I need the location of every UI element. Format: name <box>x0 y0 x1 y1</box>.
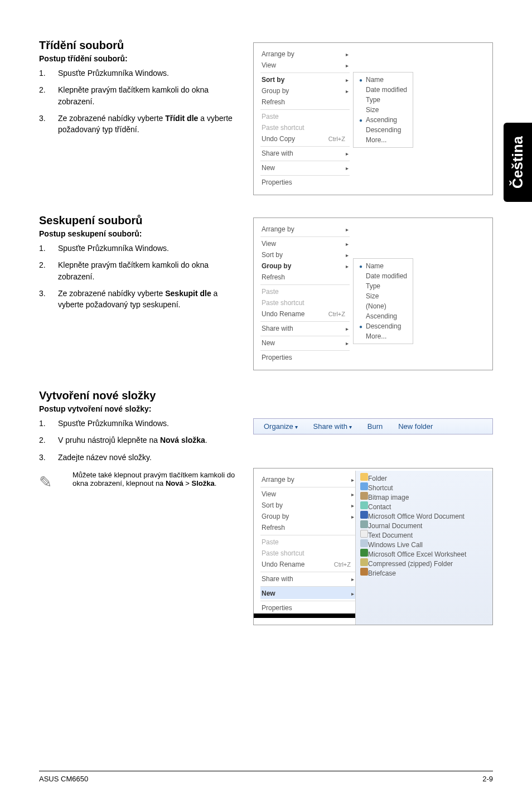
step: V pruhu nástrojů klepněte na Nová složka… <box>58 434 240 446</box>
subhead-group: Postup seskupení souborů: <box>39 229 240 238</box>
note-text: Můžete také klepnout pravým tlačítkem ka… <box>72 471 240 491</box>
pen-icon: ✎ <box>39 471 61 491</box>
footer-left: ASUS CM6650 <box>39 775 88 783</box>
language-tab: Čeština <box>504 123 532 202</box>
toolbar-newfolder: New folder <box>398 422 433 431</box>
screenshot-group-menu: Arrange by▸ View▸ Sort by▸ Group by▸ Ref… <box>253 218 493 370</box>
screenshot-sort-menu: Arrange by▸ View▸ Sort by▸ Group by▸ Ref… <box>253 42 493 195</box>
toolbar-burn: Burn <box>367 422 383 431</box>
step: Klepněte pravým tlačítkem kamkoli do okn… <box>58 84 240 107</box>
subhead-sort: Postup třídění souborů: <box>39 54 240 63</box>
heading-sort: Třídění souborů <box>39 39 240 52</box>
step: Spusťte Průzkumníka Windows. <box>58 243 240 254</box>
steps-group: 1.Spusťte Průzkumníka Windows. 2.Klepnět… <box>39 243 240 310</box>
note: ✎ Můžete také klepnout pravým tlačítkem … <box>39 471 240 491</box>
heading-group: Seskupení souborů <box>39 214 240 227</box>
screenshot-toolbar: Organize Share with Burn New folder <box>253 418 493 434</box>
step: Spusťte Průzkumníka Windows. <box>58 67 240 79</box>
toolbar-sharewith: Share with <box>313 422 352 431</box>
steps-newfolder: 1.Spusťte Průzkumníka Windows. 2.V pruhu… <box>39 418 240 463</box>
step: Ze zobrazené nabídky vyberte Seskupit dl… <box>58 288 240 311</box>
steps-sort: 1.Spusťte Průzkumníka Windows. 2.Klepnět… <box>39 67 240 135</box>
toolbar-organize: Organize <box>264 422 298 431</box>
step: Ze zobrazené nabídky vyberte Třídit dle … <box>58 113 240 136</box>
footer-right: 2-9 <box>482 775 493 783</box>
footer: ASUS CM6650 2-9 <box>39 771 493 783</box>
heading-newfolder: Vytvoření nové složky <box>39 389 240 402</box>
step: Spusťte Průzkumníka Windows. <box>58 418 240 429</box>
step: Zadejte název nové složky. <box>58 452 240 463</box>
screenshot-new-menu: Arrange by▸ View▸ Sort by▸ Group by▸ Ref… <box>253 468 493 625</box>
subhead-newfolder: Postup vytvoření nové složky: <box>39 404 240 413</box>
step: Klepněte pravým tlačítkem kamkoli do okn… <box>58 259 240 282</box>
